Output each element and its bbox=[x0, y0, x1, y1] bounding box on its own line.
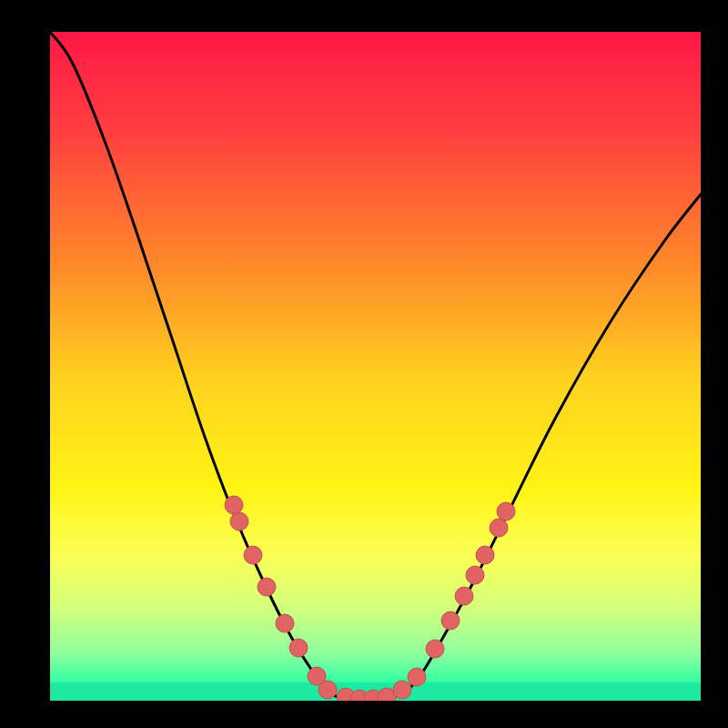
marker-dot bbox=[244, 546, 262, 564]
marker-dot bbox=[497, 502, 515, 521]
marker-dot bbox=[258, 578, 276, 596]
marker-dot bbox=[393, 681, 411, 699]
chart-frame: TheBottleneck.com bbox=[0, 0, 728, 728]
marker-dot bbox=[225, 496, 243, 514]
plot-area bbox=[50, 32, 703, 708]
marker-dot bbox=[318, 681, 337, 699]
marker-dot bbox=[441, 612, 460, 630]
marker-dot bbox=[408, 668, 426, 686]
gradient-bg bbox=[50, 32, 701, 701]
marker-dot bbox=[289, 639, 308, 657]
marker-dot bbox=[230, 512, 248, 531]
marker-dot bbox=[466, 566, 484, 584]
marker-dot bbox=[426, 640, 444, 658]
marker-dot bbox=[476, 546, 494, 564]
marker-dot bbox=[276, 614, 294, 632]
bottleneck-chart bbox=[0, 0, 728, 728]
marker-dot bbox=[490, 519, 508, 537]
marker-dot bbox=[455, 587, 473, 605]
